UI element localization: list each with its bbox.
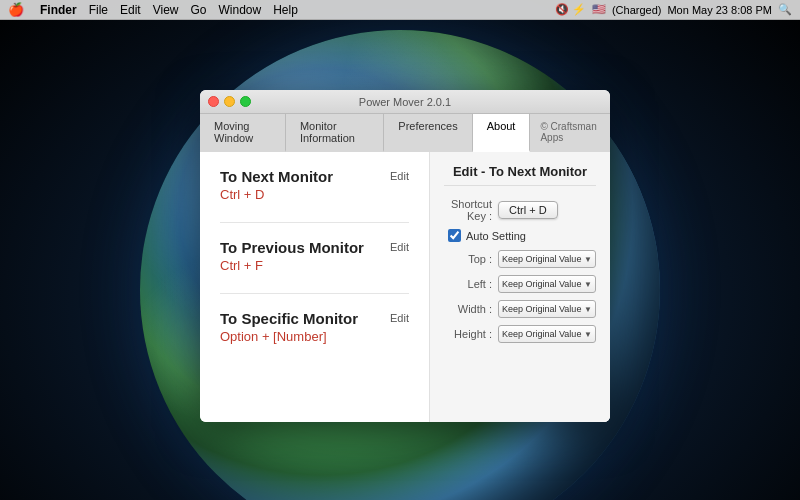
action-next-monitor-shortcut: Ctrl + D <box>220 187 409 202</box>
action-specific-monitor-row: To Specific Monitor Edit <box>220 310 409 329</box>
action-next-monitor-row: To Next Monitor Edit <box>220 168 409 187</box>
action-next-monitor: To Next Monitor Edit Ctrl + D <box>220 168 409 202</box>
menubar-edit[interactable]: Edit <box>120 3 141 17</box>
edit-panel: Edit - To Next Monitor Shortcut Key : Ct… <box>430 152 610 422</box>
close-button[interactable] <box>208 96 219 107</box>
maximize-button[interactable] <box>240 96 251 107</box>
menubar-view[interactable]: View <box>153 3 179 17</box>
action-specific-monitor: To Specific Monitor Edit Option + [Numbe… <box>220 310 409 344</box>
top-dropdown[interactable]: Keep Original Value ▼ <box>498 250 596 268</box>
action-specific-monitor-shortcut: Option + [Number] <box>220 329 409 344</box>
height-dropdown-arrow: ▼ <box>584 330 592 339</box>
top-label: Top : <box>444 253 492 265</box>
tab-preferences[interactable]: Preferences <box>384 114 472 152</box>
window-title: Power Mover 2.0.1 <box>359 96 451 108</box>
height-field-row: Height : Keep Original Value ▼ <box>444 325 596 343</box>
width-dropdown[interactable]: Keep Original Value ▼ <box>498 300 596 318</box>
tab-monitor-info[interactable]: Monitor Information <box>286 114 384 152</box>
width-field-row: Width : Keep Original Value ▼ <box>444 300 596 318</box>
content-area: To Next Monitor Edit Ctrl + D To Previou… <box>200 152 610 422</box>
apple-menu-icon[interactable]: 🍎 <box>8 2 24 17</box>
menubar-status-icons: 🔇 ⚡ <box>555 3 586 16</box>
tab-craftsman: © Craftsman Apps <box>530 114 610 152</box>
top-dropdown-value: Keep Original Value <box>502 254 581 264</box>
menubar-file[interactable]: File <box>89 3 108 17</box>
action-prev-monitor-shortcut: Ctrl + F <box>220 258 409 273</box>
tabbar: Moving Window Monitor Information Prefer… <box>200 114 610 152</box>
left-field-row: Left : Keep Original Value ▼ <box>444 275 596 293</box>
titlebar: Power Mover 2.0.1 <box>200 90 610 114</box>
tab-about[interactable]: About <box>473 114 531 152</box>
top-field-row: Top : Keep Original Value ▼ <box>444 250 596 268</box>
menubar-flag: 🇺🇸 <box>592 3 606 16</box>
edit-prev-monitor[interactable]: Edit <box>390 241 409 253</box>
menubar-go[interactable]: Go <box>191 3 207 17</box>
width-label: Width : <box>444 303 492 315</box>
height-label: Height : <box>444 328 492 340</box>
menubar-left: 🍎 Finder File Edit View Go Window Help <box>8 2 298 17</box>
left-dropdown-value: Keep Original Value <box>502 279 581 289</box>
auto-setting-label: Auto Setting <box>466 230 526 242</box>
action-specific-monitor-title: To Specific Monitor <box>220 310 358 327</box>
menubar-right: 🔇 ⚡ 🇺🇸 (Charged) Mon May 23 8:08 PM 🔍 <box>555 3 792 16</box>
action-next-monitor-title: To Next Monitor <box>220 168 333 185</box>
edit-specific-monitor[interactable]: Edit <box>390 312 409 324</box>
action-prev-monitor: To Previous Monitor Edit Ctrl + F <box>220 239 409 273</box>
divider-1 <box>220 222 409 223</box>
divider-2 <box>220 293 409 294</box>
shortcut-key-button[interactable]: Ctrl + D <box>498 201 558 219</box>
menubar: 🍎 Finder File Edit View Go Window Help 🔇… <box>0 0 800 20</box>
minimize-button[interactable] <box>224 96 235 107</box>
auto-setting-checkbox[interactable] <box>448 229 461 242</box>
menubar-datetime: Mon May 23 8:08 PM <box>667 4 772 16</box>
menubar-search-icon[interactable]: 🔍 <box>778 3 792 16</box>
action-list: To Next Monitor Edit Ctrl + D To Previou… <box>200 152 430 422</box>
action-prev-monitor-row: To Previous Monitor Edit <box>220 239 409 258</box>
height-dropdown[interactable]: Keep Original Value ▼ <box>498 325 596 343</box>
shortcut-key-row: Shortcut Key : Ctrl + D <box>444 198 596 222</box>
width-dropdown-value: Keep Original Value <box>502 304 581 314</box>
left-dropdown-arrow: ▼ <box>584 280 592 289</box>
shortcut-key-label: Shortcut Key : <box>444 198 492 222</box>
action-prev-monitor-title: To Previous Monitor <box>220 239 364 256</box>
tab-moving-window[interactable]: Moving Window <box>200 114 286 152</box>
edit-panel-title: Edit - To Next Monitor <box>444 164 596 186</box>
height-dropdown-value: Keep Original Value <box>502 329 581 339</box>
top-dropdown-arrow: ▼ <box>584 255 592 264</box>
menubar-battery: (Charged) <box>612 4 662 16</box>
traffic-lights <box>208 96 251 107</box>
app-window: Power Mover 2.0.1 Moving Window Monitor … <box>200 90 610 422</box>
width-dropdown-arrow: ▼ <box>584 305 592 314</box>
left-dropdown[interactable]: Keep Original Value ▼ <box>498 275 596 293</box>
menubar-window[interactable]: Window <box>219 3 262 17</box>
auto-setting-row: Auto Setting <box>444 229 596 242</box>
menubar-finder[interactable]: Finder <box>40 3 77 17</box>
edit-next-monitor[interactable]: Edit <box>390 170 409 182</box>
left-label: Left : <box>444 278 492 290</box>
menubar-help[interactable]: Help <box>273 3 298 17</box>
